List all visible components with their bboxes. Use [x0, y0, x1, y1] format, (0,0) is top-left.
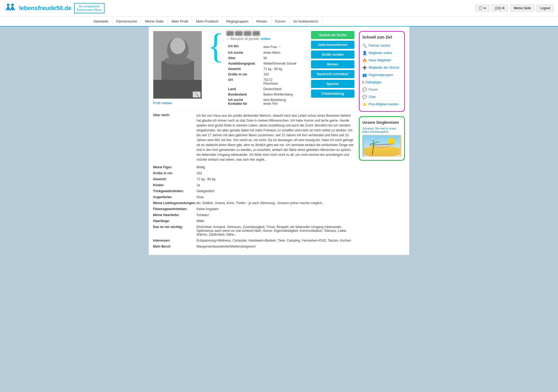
table-row-alter: Alter 56 [226, 55, 298, 61]
sidebar-link-mitglieder-woche[interactable]: ➕ Mitglieder der Woche [362, 64, 401, 71]
chateinladung-button[interactable]: Chateinladung [311, 90, 354, 98]
schnell-zum-ziel-box: Schnell zum Ziel 🔍 Partner suchen 👤 Mitg… [359, 31, 405, 112]
header: lebensfreude50.de Die sympathische Partn… [0, 0, 558, 17]
trinkgewohnheiten-value: Gelegentlich [196, 189, 354, 193]
wichtig-row: Das ist mir wichtig: Ehrlichkeit, Anstan… [153, 225, 354, 236]
land-value: Deutschland [262, 86, 298, 92]
table-row-ausbildungsgrad: Ausbildungsgrad Weiterführende Schule [226, 61, 298, 66]
online-status: — Benutzer ist gerade: online [226, 37, 298, 41]
augenfarbe-row: Augenfarbe: Grau [153, 195, 354, 199]
info-icon: ℹ [362, 80, 364, 84]
ausbildungsgrad-label: Ausbildungsgrad [226, 61, 262, 66]
table-row-ort: Ort 75172 Pforzheim [226, 77, 298, 86]
table-row-bundesland: Bundesland Baden-Württemberg [226, 92, 298, 97]
alter-value: 56 [262, 55, 298, 61]
logo-icon [4, 2, 16, 14]
gruesse-button[interactable]: Grüße senden [311, 50, 354, 59]
nav-so-funktioniert[interactable]: So funktioniert's [289, 17, 322, 26]
zurueck-button[interactable]: Zurück zur Suche [311, 31, 354, 39]
augenfarbe-label: Augenfarbe: [153, 195, 196, 199]
profile-main: 🔍 Profil melden { [153, 31, 354, 251]
profile-photo-svg [153, 31, 202, 99]
svg-rect-5 [11, 7, 14, 10]
ich-bin-label: Ich bin [226, 43, 262, 50]
sidebar-link-forum[interactable]: 💬 Forum [362, 86, 401, 93]
group-icon: 👥 [362, 73, 367, 77]
wichtig-label: Das ist mir wichtig: [153, 225, 196, 236]
svg-point-0 [7, 4, 9, 6]
plus-icon: ➕ [362, 65, 367, 70]
sidebar-link-mitglieder-online[interactable]: 👤 Mitglieder online [362, 49, 401, 57]
logo-text: lebensfreude50.de [19, 5, 71, 12]
navbar: Startseite Partnersuche Meine Seite Mein… [0, 17, 558, 27]
fitnessgewohnheiten-label: Fitnessgewohnheiten: [153, 207, 196, 211]
beruf-value: Mangementassistentin/Mediendesignerin [196, 245, 354, 248]
merken-button[interactable]: Merken [311, 60, 354, 68]
nav-mein-postfach[interactable]: Mein Postfach [192, 17, 222, 26]
table-row-ich-suche: Ich suche einen Mann [226, 50, 298, 55]
haarfarbe-label: Meine Haarfarbe: [153, 213, 196, 217]
curly-brace-decoration: { [207, 31, 224, 106]
groesse-detail-label: Größe in cm: [153, 171, 196, 175]
messages-count: (13) [495, 6, 501, 10]
sperren-button[interactable]: Sperren [311, 80, 354, 88]
wichtig-value: Ehrlichkeit, Anstand, Vertrauen, Zuverlä… [196, 225, 354, 236]
photo-zoom-button[interactable]: 🔍 [193, 91, 201, 97]
singlereisen-link[interactable]: Schauen Sie mal in unser tolles Reiseang… [362, 127, 401, 133]
kinder-value: Ja [196, 183, 354, 187]
chat-dropdown-button[interactable]: 💬 ▾ [475, 5, 489, 12]
sidebar-link-regionalgruppen[interactable]: 👥 Regionalgruppen [362, 71, 401, 79]
sidebar-link-plus-mitglied[interactable]: ⭐ Plus-Mitglied werden [362, 101, 401, 108]
sidebar-link-partner-suchen[interactable]: 🔍 Partner suchen [362, 42, 401, 49]
kennenlernen-button[interactable]: Jetzt kennenlernen [311, 41, 354, 49]
haarlaenge-row: Haarlänge: Mittel [153, 219, 354, 223]
gewicht-label: Gewicht [226, 66, 262, 72]
nav-mein-profil[interactable]: Mein Profil [168, 17, 192, 26]
travel-svg [364, 136, 400, 156]
svg-point-16 [388, 138, 395, 144]
logo-area: lebensfreude50.de Die sympathische Partn… [4, 2, 104, 14]
ich-bin-value: eine Frau ♀ [262, 43, 298, 50]
nav-meine-seite[interactable]: Meine Seite [141, 17, 168, 26]
kinder-row: Kinder: Ja [153, 183, 354, 187]
username-blurred [226, 31, 298, 36]
haarfarbe-row: Meine Haarfarbe: Schwarz [153, 213, 354, 217]
singlereisen-title: Unsere Singlereisen [362, 120, 401, 125]
blur-block-1 [226, 31, 234, 36]
ort-label: Ort [226, 77, 262, 86]
fitnessgewohnheiten-value: Keine Angaben [196, 207, 354, 211]
sidebar-link-neue-mitglieder[interactable]: 🔥 Neue Mitglieder [362, 57, 401, 64]
sidebar-link-datingtipps[interactable]: ℹ Datingtipps [362, 79, 401, 86]
lieblingssendungen-value: div. Staffeln, Drama, Krimi, Thriller - … [196, 201, 354, 205]
flame-icon: 🔥 [362, 58, 367, 62]
interessen-label: Interessen: [153, 239, 196, 242]
nav-regiogruppen[interactable]: Regiogruppen [223, 17, 253, 26]
nav-forum[interactable]: Forum [271, 17, 290, 26]
chat-icon: 💬 [362, 95, 367, 99]
messages-button[interactable]: (13) ✉ [492, 5, 508, 12]
nachricht-button[interactable]: Nachricht schreiben [311, 70, 354, 78]
alter-label: Alter [226, 55, 262, 61]
table-row-land: Land Deutschland [226, 86, 298, 92]
schnell-zum-ziel-title: Schnell zum Ziel [362, 35, 401, 39]
profile-photo-container: 🔍 [153, 31, 202, 99]
land-label: Land [226, 86, 262, 92]
search-icon: 🔍 [362, 43, 367, 48]
trinkgewohnheiten-label: Trinkgewohnheiten: [153, 189, 196, 193]
profile-separator [153, 111, 354, 111]
nav-partnersuche[interactable]: Partnersuche [112, 17, 141, 26]
profil-melden-link[interactable]: Profil melden [153, 101, 172, 105]
travel-image [362, 135, 401, 157]
profile-info-area: — Benutzer ist gerade: online Ich bin ei… [226, 31, 298, 106]
meine-seite-button[interactable]: Meine Seite [510, 5, 534, 12]
singlereisen-box: Unsere Singlereisen Schauen Sie mal in u… [359, 116, 405, 161]
nav-startseite[interactable]: Startseite [90, 17, 112, 26]
star-icon: ⭐ [362, 102, 367, 106]
nav-reisen[interactable]: Reisen [252, 17, 271, 26]
svg-line-6 [10, 8, 11, 10]
augenfarbe-value: Grau [196, 195, 354, 199]
forum-icon: 💬 [362, 87, 367, 92]
sidebar-link-chat[interactable]: 💬 Chat [362, 93, 401, 101]
logout-button[interactable]: Logout [537, 5, 554, 12]
trinkgewohnheiten-row: Trinkgewohnheiten: Gelegentlich [153, 189, 354, 193]
